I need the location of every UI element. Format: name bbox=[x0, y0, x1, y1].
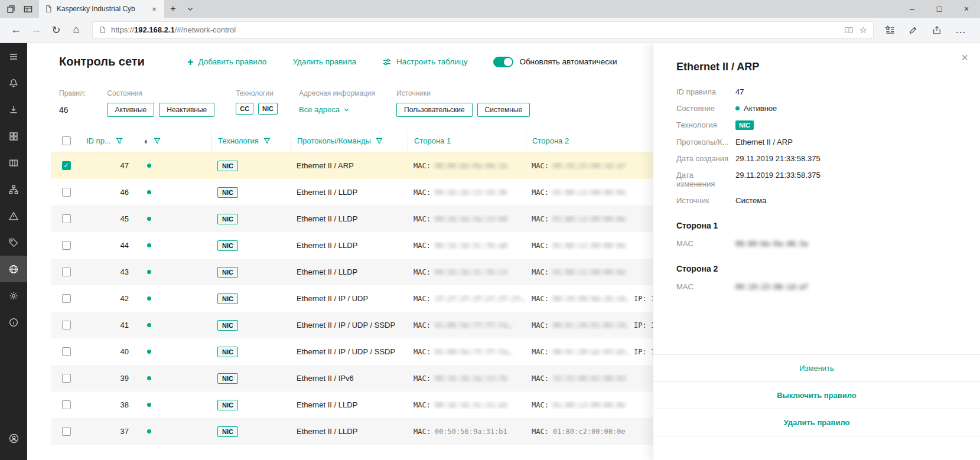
mac-label: MAC: bbox=[414, 162, 431, 170]
add-rule-button[interactable]: + Добавить правило bbox=[187, 57, 267, 67]
rule-technology-cell: NIC bbox=[211, 400, 291, 410]
filter-user-rules-button[interactable]: Пользовательские bbox=[396, 103, 473, 117]
column-header-state[interactable]: ◐ bbox=[138, 130, 211, 152]
sidebar-notifications-icon[interactable] bbox=[0, 70, 27, 96]
window-close-button[interactable]: × bbox=[953, 0, 980, 18]
row-checkbox[interactable] bbox=[62, 427, 71, 436]
technology-badge: NIC bbox=[217, 373, 238, 384]
technology-badge: NIC bbox=[217, 347, 238, 357]
active-status-dot bbox=[147, 429, 151, 433]
side2-mac-value: 01:80:c2:00:00:0e bbox=[553, 242, 626, 250]
side2-extra: IP: 1 bbox=[634, 321, 655, 329]
home-button[interactable]: ⌂ bbox=[66, 20, 86, 40]
mac-label: MAC: bbox=[532, 428, 549, 436]
panel-side1-mac-row: MAC 08:60:6e:0a:48:3a bbox=[676, 239, 962, 248]
filter-system-rules-button[interactable]: Системные bbox=[477, 103, 530, 117]
address-dropdown[interactable]: Все адреса bbox=[299, 103, 349, 114]
filter-rules-count: Правил: 46 bbox=[59, 89, 86, 117]
rule-id: 41 bbox=[82, 321, 138, 329]
filter-states: Состояния Активные Неактивные bbox=[107, 89, 214, 117]
page-title: Контроль сети bbox=[59, 55, 145, 68]
mac-label: MAC: bbox=[532, 348, 549, 356]
filter-active-button[interactable]: Активные bbox=[107, 103, 154, 117]
column-header-side1[interactable]: Сторона 1 bbox=[408, 130, 526, 152]
delete-rules-button[interactable]: Удалить правила bbox=[292, 57, 356, 66]
back-button[interactable]: ← bbox=[6, 20, 26, 40]
select-all-checkbox[interactable] bbox=[62, 136, 71, 145]
url-text: https://192.168.2.1/#/network-control bbox=[111, 25, 839, 34]
make-web-note-icon[interactable] bbox=[903, 20, 923, 40]
side1-cell: MAC: 00:1b:1b:3c:21:a5 bbox=[408, 401, 526, 409]
filter-nic-button[interactable]: NIC bbox=[258, 103, 278, 115]
sliders-icon bbox=[382, 57, 392, 67]
rule-state-cell bbox=[138, 403, 211, 407]
configure-table-button[interactable]: Настроить таблицу bbox=[382, 57, 467, 67]
rule-state-cell bbox=[138, 296, 211, 301]
refresh-button[interactable]: ↻ bbox=[46, 20, 66, 40]
row-checkbox[interactable] bbox=[62, 214, 71, 223]
column-header-technology[interactable]: Технология bbox=[211, 130, 291, 152]
rule-id: 45 bbox=[82, 214, 138, 223]
browser-tab[interactable]: Kaspersky Industrial Cyb × bbox=[39, 0, 164, 18]
sidebar-menu-icon[interactable] bbox=[0, 43, 27, 70]
filter-inactive-button[interactable]: Неактивные bbox=[159, 103, 214, 117]
sidebar-about-icon[interactable] bbox=[0, 309, 27, 335]
favorite-star-icon[interactable]: ☆ bbox=[859, 25, 867, 35]
sidebar-network-map-icon[interactable] bbox=[0, 176, 27, 203]
auto-refresh-control[interactable]: Обновлять автоматически bbox=[493, 57, 617, 67]
sidebar-assets-icon[interactable] bbox=[0, 149, 27, 176]
rule-state-cell bbox=[138, 270, 211, 274]
side1-cell: MAC: 01:00:5e:7f:ff:fa… bbox=[408, 321, 526, 329]
sidebar-network-control-icon[interactable] bbox=[0, 256, 27, 282]
reading-view-icon[interactable] bbox=[844, 25, 854, 35]
chevron-down-icon bbox=[344, 108, 349, 112]
row-checkbox[interactable] bbox=[62, 321, 71, 329]
main-content: Контроль сети + Добавить правило Удалить… bbox=[27, 43, 980, 460]
sidebar-downloads-icon[interactable] bbox=[0, 96, 27, 123]
rule-protocols: Ethernet II / LLDP bbox=[291, 427, 408, 436]
new-tab-button[interactable]: + bbox=[164, 0, 182, 18]
side1-cell: MAC: 00:1b:1b:13:10:3b bbox=[408, 188, 526, 197]
row-checkbox[interactable] bbox=[62, 161, 71, 170]
side1-cell: MAC: 00:1b:1b:3a:13:0d bbox=[408, 215, 526, 223]
window-minimize-button[interactable]: – bbox=[898, 0, 926, 18]
share-icon[interactable] bbox=[927, 20, 947, 40]
set-aside-tabs-icon[interactable] bbox=[2, 0, 19, 18]
window-maximize-button[interactable]: □ bbox=[926, 0, 953, 18]
side1-mac-value: 00:1b:1b:3c:7b:c3 bbox=[435, 268, 507, 276]
row-checkbox[interactable] bbox=[62, 347, 71, 356]
hub-favorites-icon[interactable] bbox=[880, 20, 900, 40]
row-checkbox[interactable] bbox=[62, 188, 71, 197]
mac-label: MAC: bbox=[414, 215, 431, 223]
mac-label: MAC: bbox=[532, 242, 549, 250]
side1-mac-value: 00:1b:1b:3a:13:0d bbox=[435, 215, 507, 223]
tab-close-icon[interactable]: × bbox=[149, 5, 159, 14]
side1-mac-value: 00:1b:1b:3c:21:a5 bbox=[435, 401, 507, 409]
settings-more-icon[interactable]: … bbox=[950, 20, 971, 40]
filter-cc-button[interactable]: CC bbox=[236, 103, 253, 115]
row-checkbox[interactable] bbox=[62, 374, 71, 383]
sidebar-dashboard-icon[interactable] bbox=[0, 123, 27, 149]
column-header-protocols[interactable]: Протоколы/Команды bbox=[291, 130, 408, 152]
address-bar[interactable]: https://192.168.2.1/#/network-control ☆ bbox=[92, 21, 874, 39]
column-header-id[interactable]: ID пр... bbox=[82, 130, 138, 152]
disable-rule-button[interactable]: Выключить правило bbox=[653, 381, 980, 409]
rule-technology-cell: NIC bbox=[211, 320, 291, 331]
row-checkbox[interactable] bbox=[62, 294, 71, 303]
panel-modified-date: 29.11.2019 21:33:58.375 bbox=[735, 171, 962, 180]
tab-preview-icon[interactable] bbox=[19, 0, 37, 18]
sidebar-settings-icon[interactable] bbox=[0, 282, 27, 309]
row-checkbox[interactable] bbox=[62, 241, 71, 250]
row-checkbox[interactable] bbox=[62, 267, 71, 276]
panel-close-icon[interactable]: × bbox=[961, 51, 968, 64]
auto-refresh-toggle[interactable] bbox=[493, 57, 513, 67]
edit-rule-button[interactable]: Изменить bbox=[653, 354, 980, 381]
tab-list-chevron-icon[interactable] bbox=[182, 0, 198, 18]
row-checkbox[interactable] bbox=[62, 400, 71, 409]
delete-rule-button[interactable]: Удалить правило bbox=[653, 409, 980, 436]
rule-state-cell bbox=[138, 376, 211, 380]
sidebar-events-icon[interactable] bbox=[0, 203, 27, 229]
side1-cell: MAC: 01:00:5e:7f:ff:fa… bbox=[408, 348, 526, 356]
sidebar-tags-icon[interactable] bbox=[0, 229, 27, 256]
sidebar-account-icon[interactable] bbox=[0, 425, 27, 452]
